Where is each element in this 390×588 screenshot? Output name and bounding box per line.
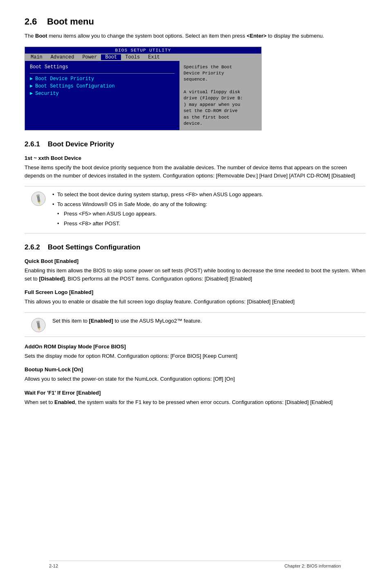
disabled-bold: [Disabled] [39,276,65,282]
intro-paragraph: The Boot menu items allow you to change … [25,32,365,40]
item-quickboot-title: Quick Boot [Enabled] [25,258,365,264]
footer-page-number: 2-12 [49,563,58,568]
item-1st-xxth-body: These items specify the boot device prio… [25,164,365,180]
bios-right-panel: Specifies the BootDevice Prioritysequenc… [179,61,261,130]
item-fullscreenlogo-title: Full Screen Logo [Enabled] [25,289,365,295]
intro-bold-enter: <Enter> [247,33,266,39]
item-waitf1-title: Wait For 'F1' If Error [Enabled] [25,390,365,396]
item-1st-xxth-title: 1st ~ xxth Boot Device [25,155,365,161]
section-title: 2.6 Boot menu [25,16,365,27]
pencil-icon-2 [31,318,46,332]
bios-item-boot-settings-config[interactable]: ► Boot Settings Configuration [30,83,175,89]
enabled-bold-waitf1: Enabled [54,399,75,405]
bios-left-panel: Boot Settings ► Boot Device Priority ► B… [25,61,179,130]
subsection-261-title: 2.6.1 Boot Device Priority [25,140,365,148]
item-waitf1-body: When set to Enabled, the system waits fo… [25,398,365,406]
note-box-logo: Set this item to [Enabled] to use the AS… [25,312,365,337]
item-fullscreenlogo-body: This allows you to enable or disable the… [25,298,365,306]
note-subitem-1: Press <F5> when ASUS Logo appears. [57,210,263,218]
bios-section-label: Boot Settings [30,64,175,70]
arrow-icon: ► [30,76,33,82]
menu-boot[interactable]: Boot [101,54,121,60]
item-addon-rom-title: AddOn ROM Display Mode [Force BIOS] [25,343,365,350]
bios-menubar: Main Advanced Power Boot Tools Exit [25,54,261,61]
intro-bold-boot: Boot [35,33,47,39]
menu-exit[interactable]: Exit [144,54,164,60]
enabled-bold-note: [Enabled] [89,318,113,324]
note-subitem-2: Press <F8> after POST. [57,220,263,228]
pencil-icon [31,191,46,206]
arrow-icon-2: ► [30,83,33,89]
menu-power[interactable]: Power [78,54,101,60]
item-numlock-body: Allows you to select the power-on state … [25,375,365,383]
arrow-icon-3: ► [30,91,33,97]
item-addon-rom-body: Sets the display mode for option ROM. Co… [25,352,365,360]
note-261-content: To select the boot device during system … [52,191,263,229]
menu-advanced[interactable]: Advanced [47,54,78,60]
bios-item-boot-device-priority[interactable]: ► Boot Device Priority [30,76,175,82]
note-box-261: To select the boot device during system … [25,186,365,233]
footer-chapter: Chapter 2: BIOS information [285,563,341,568]
item-quickboot-body: Enabling this item allows the BIOS to sk… [25,267,365,283]
bios-item-security[interactable]: ► Security [30,91,175,97]
footer: 2-12 Chapter 2: BIOS information [49,561,341,568]
menu-tools[interactable]: Tools [121,54,144,60]
bios-body: Boot Settings ► Boot Device Priority ► B… [25,61,261,130]
subsection-262-title: 2.6.2 Boot Settings Configuration [25,243,365,251]
bios-ui-mockup: BIOS SETUP UTILITY Main Advanced Power B… [25,47,262,131]
note-logo-content: Set this item to [Enabled] to use the AS… [52,317,202,328]
note-logo-text: Set this item to [Enabled] to use the AS… [52,317,202,325]
note-item-1: To select the boot device during system … [52,191,263,199]
note-item-2: To access Windows® OS in Safe Mode, do a… [52,200,263,228]
menu-main[interactable]: Main [27,54,47,60]
item-numlock-title: Bootup Num-Lock [On] [25,366,365,373]
bios-header: BIOS SETUP UTILITY [25,47,261,54]
